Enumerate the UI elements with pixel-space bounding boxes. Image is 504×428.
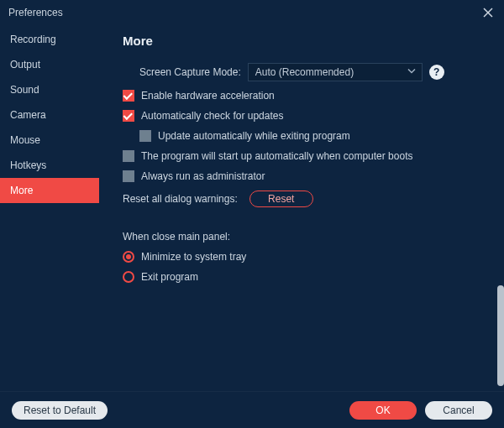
sidebar-item-label: Output	[10, 59, 40, 70]
row-startup: The program will start up automatically …	[123, 150, 486, 162]
panel-heading: More	[123, 34, 486, 48]
cancel-button[interactable]: Cancel	[425, 401, 492, 420]
row-hw-accel: Enable hardware acceleration	[123, 90, 486, 102]
close-panel-heading: When close main panel:	[123, 231, 486, 243]
reset-to-default-button[interactable]: Reset to Default	[12, 401, 108, 420]
row-minimize-tray: Minimize to system tray	[123, 251, 486, 263]
sidebar-item-label: Sound	[10, 84, 39, 96]
close-icon[interactable]	[479, 3, 497, 22]
checkbox-auto-updates[interactable]	[123, 110, 134, 122]
checkbox-startup[interactable]	[123, 150, 134, 162]
sidebar-item-label: Mouse	[10, 134, 40, 146]
sidebar-item-label: Recording	[10, 34, 56, 45]
sidebar-item-sound[interactable]: Sound	[0, 77, 99, 102]
row-auto-updates: Automatically check for updates	[123, 110, 486, 122]
row-exit-program: Exit program	[123, 271, 486, 283]
settings-panel-more: More Screen Capture Mode: Auto (Recommen…	[99, 25, 504, 391]
radio-label: Minimize to system tray	[141, 251, 246, 263]
checkbox-hw-accel[interactable]	[123, 90, 134, 102]
row-run-admin: Always run as administrator	[123, 170, 486, 182]
row-reset-warnings: Reset all dialog warnings: Reset	[123, 191, 486, 207]
sidebar-item-label: Hotkeys	[10, 159, 46, 171]
capture-mode-row: Screen Capture Mode: Auto (Recommended) …	[123, 63, 486, 81]
radio-minimize-tray[interactable]	[123, 251, 134, 263]
footer-bar: Reset to Default OK Cancel	[0, 391, 504, 428]
sidebar-item-mouse[interactable]: Mouse	[0, 128, 99, 153]
sidebar-item-label: More	[10, 185, 33, 196]
help-icon[interactable]: ?	[429, 65, 444, 80]
close-panel-label: When close main panel:	[123, 231, 230, 243]
sidebar: Recording Output Sound Camera Mouse Hotk…	[0, 25, 99, 391]
checkbox-update-on-exit[interactable]	[139, 130, 151, 142]
title-bar: Preferences	[0, 0, 504, 25]
sidebar-item-camera[interactable]: Camera	[0, 102, 99, 128]
capture-mode-select[interactable]: Auto (Recommended)	[248, 63, 423, 81]
row-update-on-exit: Update automatically while exiting progr…	[123, 130, 486, 142]
sidebar-item-output[interactable]: Output	[0, 52, 99, 77]
window-title: Preferences	[8, 7, 63, 18]
window-body: Recording Output Sound Camera Mouse Hotk…	[0, 25, 504, 391]
reset-warnings-label: Reset all dialog warnings:	[123, 193, 238, 205]
radio-exit-program[interactable]	[123, 271, 134, 283]
capture-mode-label: Screen Capture Mode:	[123, 66, 241, 78]
checkbox-label: Enable hardware acceleration	[141, 90, 275, 102]
checkbox-label: The program will start up automatically …	[141, 150, 412, 162]
section-gap	[123, 216, 486, 231]
select-value: Auto (Recommended)	[255, 66, 354, 78]
checkbox-label: Update automatically while exiting progr…	[158, 130, 350, 142]
sidebar-item-hotkeys[interactable]: Hotkeys	[0, 153, 99, 178]
sidebar-item-more[interactable]: More	[0, 178, 99, 203]
ok-button[interactable]: OK	[349, 401, 417, 420]
sidebar-item-recording[interactable]: Recording	[0, 27, 99, 52]
checkbox-run-admin[interactable]	[123, 170, 134, 182]
checkbox-label: Always run as administrator	[141, 170, 265, 182]
checkbox-label: Automatically check for updates	[141, 110, 283, 122]
sidebar-item-label: Camera	[10, 109, 46, 121]
reset-warnings-button[interactable]: Reset	[249, 191, 313, 207]
scrollbar-thumb[interactable]	[497, 285, 504, 386]
radio-label: Exit program	[141, 271, 198, 283]
chevron-down-icon	[407, 66, 417, 79]
